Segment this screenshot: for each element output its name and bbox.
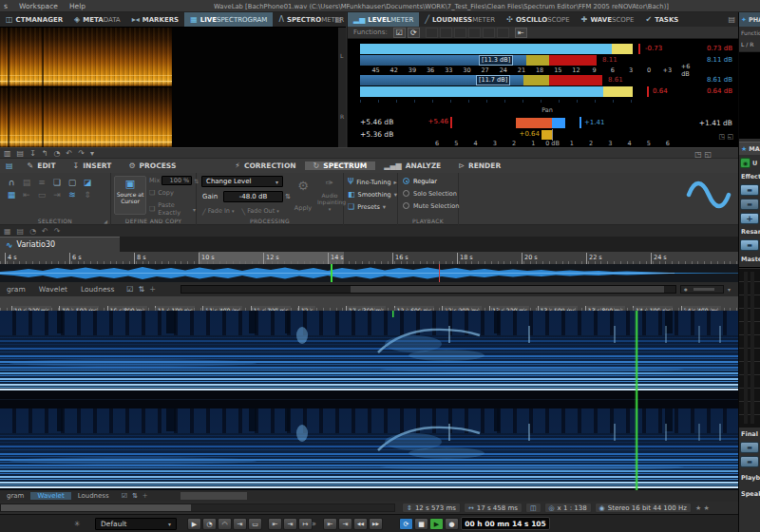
selection-tool-icon[interactable]: ◪: [80, 176, 95, 188]
transport-preset-dropdown[interactable]: Default▾: [95, 518, 177, 530]
transport-button[interactable]: ↦: [298, 518, 313, 530]
transport-button[interactable]: ⇥: [233, 518, 247, 530]
wave-tool-icon[interactable]: ◔: [29, 227, 36, 236]
view-plus-icon[interactable]: +: [142, 492, 148, 500]
transport-button[interactable]: ◔: [202, 518, 217, 530]
cursor-position-chip[interactable]: ⇕12 s 573 ms: [402, 503, 461, 513]
view-tab[interactable]: gram: [0, 492, 30, 500]
selection-tool-icon[interactable]: ≋: [65, 188, 80, 200]
transport-options-icon[interactable]: ✳: [74, 520, 81, 528]
zoom-slider[interactable]: ●: [680, 285, 724, 294]
spectrum-tool-button[interactable]: ◧ Smoothing ▾: [344, 188, 397, 200]
transport-more-icon[interactable]: »: [312, 520, 316, 528]
audio-format-chip[interactable]: ◉Stereo 16 bit 44 100 Hz: [595, 503, 692, 513]
transport-button[interactable]: ●: [445, 518, 459, 530]
view-check-icon[interactable]: ☑: [122, 492, 127, 500]
snap-chip[interactable]: ◫: [525, 503, 542, 513]
file-tab[interactable]: ∿ Variatio30: [0, 237, 120, 252]
favorite-stars[interactable]: ★ ★: [695, 504, 710, 512]
selection-tool-icon[interactable]: ⇥: [49, 188, 65, 200]
final-effect-slot-button[interactable]: ▬: [740, 442, 759, 453]
transport-button[interactable]: ⇤: [323, 518, 337, 530]
resample-slot-button[interactable]: ▬: [740, 239, 759, 251]
ribbon-tab[interactable]: ↧ INSERT: [65, 162, 121, 170]
add-effect-button[interactable]: +: [740, 213, 759, 224]
horizontal-scrollbar[interactable]: [180, 285, 676, 294]
selection-length-chip[interactable]: ↔17 s 458 ms: [464, 503, 522, 513]
ribbon-tab[interactable]: ⚙ PROCESS: [120, 162, 184, 170]
playback-radio-option[interactable]: Regular: [398, 175, 458, 187]
selection-tool-icon[interactable]: ⇤: [19, 188, 34, 200]
quick-tool-icon[interactable]: ▾: [90, 149, 94, 158]
transport-button[interactable]: ▶: [429, 518, 444, 530]
wave-tool-icon[interactable]: ▤: [17, 227, 25, 236]
view-check-icon[interactable]: ☑: [126, 285, 133, 294]
selection-tool-icon[interactable]: ⇕: [80, 188, 95, 200]
transport-button[interactable]: ⇥: [338, 518, 352, 530]
scrollbar-thumb[interactable]: [351, 286, 664, 293]
mix-input[interactable]: 100 %: [162, 176, 192, 185]
layout-buttons[interactable]: ◳ ◱: [694, 150, 712, 159]
meter-window-buttons[interactable]: ◳ ◱: [719, 133, 733, 141]
view-updown-icon[interactable]: ⇅: [132, 492, 138, 500]
view-tab[interactable]: Wavelet: [32, 285, 74, 294]
ribbon-tab[interactable]: ↻ SPECTRUM: [305, 162, 376, 170]
selection-tool-icon[interactable]: ▭: [34, 188, 49, 200]
quick-tool-icon[interactable]: ↧: [29, 149, 36, 158]
meter-tab[interactable]: ▂▅ LEVELMETER: [348, 12, 419, 27]
playback-radio-option[interactable]: Solo Selection: [398, 187, 458, 200]
meter-reset-button[interactable]: ⟳: [408, 28, 420, 38]
wave-tool-icon[interactable]: ↷: [54, 227, 61, 236]
panel-tab[interactable]: ◫ CTMANAGER: [0, 12, 68, 27]
apply-button[interactable]: ⚙ Apply: [290, 177, 316, 212]
meter-tab[interactable]: ╱ LOUDNESSMETER: [419, 12, 501, 27]
overview-ruler[interactable]: 4 s6 s8 s10 s12 s14 s16 s18 s20 s22 s24 …: [0, 252, 738, 264]
meter-panel-menu-icon[interactable]: ▤: [728, 15, 735, 24]
fade-in-button[interactable]: Fade In: [208, 207, 230, 215]
view-tab[interactable]: gram: [0, 285, 32, 294]
view-tab[interactable]: Loudness: [71, 492, 116, 500]
meter-tab[interactable]: ✣ OSCILLOSCOPE: [501, 12, 576, 27]
transport-button[interactable]: ◠: [218, 518, 232, 530]
scrollbar-thumb-small[interactable]: [180, 492, 247, 500]
dialog-launcher-icon[interactable]: ◢: [104, 218, 107, 224]
quick-tool-icon[interactable]: ◔: [54, 149, 61, 158]
bottom-scrollbar[interactable]: [0, 504, 395, 512]
quick-tool-icon[interactable]: ▥: [4, 149, 11, 158]
transport-button[interactable]: ▶▶: [369, 518, 383, 530]
ribbon-tab[interactable]: ⚡ CORRECTION: [226, 162, 304, 170]
master-level-meter[interactable]: [739, 267, 760, 428]
quick-tool-icon[interactable]: ↷: [78, 149, 85, 158]
selection-tool-icon[interactable]: ▤: [19, 176, 34, 188]
ribbon-tab[interactable]: ▂▄▆ ANALYZE: [375, 162, 449, 170]
selection-tool-icon[interactable]: ∩: [4, 176, 19, 188]
panel-menu-icon[interactable]: ▤: [334, 15, 342, 24]
transport-button[interactable]: ⇥: [283, 518, 297, 530]
view-updown-icon[interactable]: ⇅: [139, 285, 145, 294]
menu-item[interactable]: s: [4, 2, 8, 10]
transport-button[interactable]: ⇤: [268, 518, 282, 530]
meter-tab[interactable]: ✔ TASKS: [640, 12, 685, 27]
fade-out-button[interactable]: Fade Out: [247, 207, 275, 215]
selection-tool-icon[interactable]: ❏: [49, 176, 65, 188]
wave-tool-icon[interactable]: ▦: [4, 227, 11, 236]
zoom-ratio-chip[interactable]: ◎x 1 : 138: [544, 503, 592, 513]
phasescope-tab[interactable]: ✦ PHAS: [739, 12, 760, 27]
spectrum-tool-button[interactable]: ❏ Presets ▾: [344, 200, 397, 213]
effect-slot-button[interactable]: ▬: [740, 184, 759, 196]
view-plus-icon[interactable]: +: [149, 285, 156, 294]
effect-slot-button[interactable]: ▬: [740, 199, 759, 210]
copy-button[interactable]: Copy: [158, 189, 174, 197]
quick-tool-icon[interactable]: ↰: [42, 149, 48, 158]
transport-button[interactable]: ■: [414, 518, 428, 530]
transport-button[interactable]: ▶: [187, 518, 201, 530]
panel-tab[interactable]: ◈ METADATA: [68, 12, 126, 27]
menu-item[interactable]: Help: [69, 2, 86, 10]
ribbon-tab[interactable]: ✎ EDIT: [19, 162, 65, 170]
view-tab[interactable]: Wavelet: [30, 492, 70, 500]
selection-tool-icon[interactable]: ▦: [4, 188, 19, 200]
file-menu-icon[interactable]: ▤: [0, 162, 19, 170]
spectrogram-ruler[interactable]: 10 s 200 ms10 s 500 ms10 s 800 ms11 s 10…: [0, 296, 738, 311]
master-section-tab[interactable]: ★ MAS: [739, 142, 760, 155]
final-effect-slot-button[interactable]: ▬: [740, 456, 759, 467]
